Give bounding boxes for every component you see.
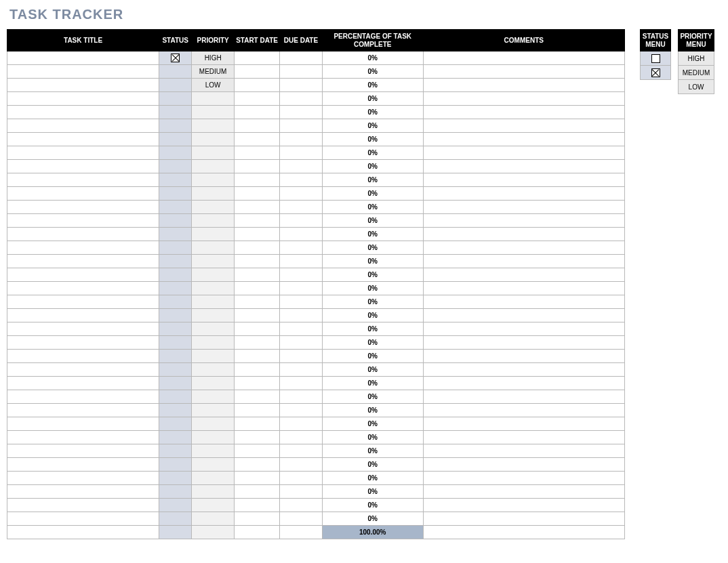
start-date-cell[interactable] [235, 65, 280, 79]
status-cell[interactable] [159, 499, 192, 512]
status-menu-cell[interactable] [641, 51, 671, 66]
pct-complete-cell[interactable]: 0% [322, 431, 423, 444]
comments-cell[interactable] [423, 472, 624, 485]
task-title-cell[interactable] [7, 241, 159, 255]
checkbox-icon[interactable] [651, 54, 660, 63]
priority-cell[interactable] [192, 431, 235, 444]
task-title-cell[interactable] [7, 255, 159, 268]
pct-complete-cell[interactable]: 0% [322, 228, 423, 241]
status-cell[interactable] [159, 241, 192, 255]
task-title-cell[interactable] [7, 133, 159, 146]
due-date-cell[interactable] [280, 295, 323, 309]
status-cell[interactable] [159, 431, 192, 444]
comments-cell[interactable] [423, 255, 624, 268]
due-date-cell[interactable] [280, 499, 323, 512]
status-cell[interactable] [159, 173, 192, 187]
start-date-cell[interactable] [235, 350, 280, 363]
comments-cell[interactable] [423, 350, 624, 363]
due-date-cell[interactable] [280, 282, 323, 295]
comments-cell[interactable] [423, 146, 624, 160]
comments-cell[interactable] [423, 133, 624, 146]
start-date-cell[interactable] [235, 146, 280, 160]
comments-cell[interactable] [423, 65, 624, 79]
pct-complete-cell[interactable]: 0% [322, 119, 423, 133]
comments-cell[interactable] [423, 485, 624, 499]
status-cell[interactable] [159, 214, 192, 228]
comments-cell[interactable] [423, 309, 624, 322]
task-title-cell[interactable] [7, 458, 159, 472]
status-cell[interactable] [159, 485, 192, 499]
start-date-cell[interactable] [235, 336, 280, 350]
pct-complete-cell[interactable]: 0% [322, 322, 423, 336]
comments-cell[interactable] [423, 390, 624, 404]
status-cell[interactable] [159, 79, 192, 92]
pct-complete-cell[interactable]: 0% [322, 173, 423, 187]
total-priority[interactable] [192, 526, 235, 539]
due-date-cell[interactable] [280, 485, 323, 499]
start-date-cell[interactable] [235, 79, 280, 92]
priority-menu-cell[interactable]: HIGH [679, 51, 714, 66]
status-cell[interactable] [159, 322, 192, 336]
task-title-cell[interactable] [7, 431, 159, 444]
pct-complete-cell[interactable]: 0% [322, 444, 423, 458]
task-title-cell[interactable] [7, 173, 159, 187]
priority-cell[interactable] [192, 336, 235, 350]
pct-complete-cell[interactable]: 0% [322, 472, 423, 485]
due-date-cell[interactable] [280, 173, 323, 187]
pct-complete-cell[interactable]: 0% [322, 377, 423, 390]
due-date-cell[interactable] [280, 390, 323, 404]
start-date-cell[interactable] [235, 255, 280, 268]
priority-cell[interactable] [192, 173, 235, 187]
start-date-cell[interactable] [235, 404, 280, 417]
due-date-cell[interactable] [280, 404, 323, 417]
status-cell[interactable] [159, 309, 192, 322]
start-date-cell[interactable] [235, 458, 280, 472]
comments-cell[interactable] [423, 160, 624, 173]
task-title-cell[interactable] [7, 295, 159, 309]
checkbox-icon[interactable] [651, 68, 660, 77]
pct-complete-cell[interactable]: 0% [322, 336, 423, 350]
task-title-cell[interactable] [7, 499, 159, 512]
due-date-cell[interactable] [280, 228, 323, 241]
due-date-cell[interactable] [280, 336, 323, 350]
start-date-cell[interactable] [235, 512, 280, 526]
start-date-cell[interactable] [235, 201, 280, 214]
pct-complete-cell[interactable]: 0% [322, 499, 423, 512]
total-status[interactable] [159, 526, 192, 539]
pct-complete-cell[interactable]: 0% [322, 92, 423, 106]
comments-cell[interactable] [423, 119, 624, 133]
due-date-cell[interactable] [280, 309, 323, 322]
start-date-cell[interactable] [235, 214, 280, 228]
priority-cell[interactable]: LOW [192, 79, 235, 92]
pct-complete-cell[interactable]: 0% [322, 146, 423, 160]
total-start-date[interactable] [235, 526, 280, 539]
start-date-cell[interactable] [235, 282, 280, 295]
pct-complete-cell[interactable]: 0% [322, 309, 423, 322]
status-cell[interactable] [159, 228, 192, 241]
priority-cell[interactable] [192, 119, 235, 133]
status-cell[interactable] [159, 65, 192, 79]
priority-cell[interactable]: HIGH [192, 51, 235, 65]
start-date-cell[interactable] [235, 363, 280, 377]
task-title-cell[interactable] [7, 228, 159, 241]
priority-cell[interactable] [192, 417, 235, 431]
status-cell[interactable] [159, 282, 192, 295]
due-date-cell[interactable] [280, 92, 323, 106]
task-title-cell[interactable] [7, 282, 159, 295]
task-title-cell[interactable] [7, 187, 159, 201]
total-comments[interactable] [423, 526, 624, 539]
priority-cell[interactable] [192, 282, 235, 295]
due-date-cell[interactable] [280, 431, 323, 444]
status-cell[interactable] [159, 350, 192, 363]
due-date-cell[interactable] [280, 363, 323, 377]
comments-cell[interactable] [423, 79, 624, 92]
pct-complete-cell[interactable]: 0% [322, 201, 423, 214]
priority-cell[interactable] [192, 404, 235, 417]
priority-menu-cell[interactable]: MEDIUM [679, 66, 714, 80]
start-date-cell[interactable] [235, 485, 280, 499]
checkbox-icon[interactable] [171, 54, 180, 62]
due-date-cell[interactable] [280, 417, 323, 431]
start-date-cell[interactable] [235, 444, 280, 458]
start-date-cell[interactable] [235, 268, 280, 282]
due-date-cell[interactable] [280, 146, 323, 160]
